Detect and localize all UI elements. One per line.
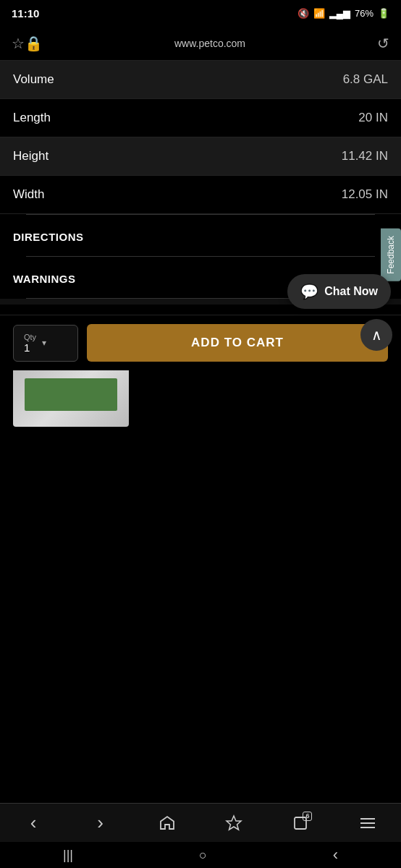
android-back-btn[interactable]: ‹ [333, 846, 338, 864]
android-home-btn[interactable]: ○ [199, 848, 207, 863]
spec-value-width: 12.05 IN [342, 187, 388, 202]
spec-label-width: Width [13, 187, 44, 202]
mute-icon: 🔇 [297, 8, 309, 19]
product-thumb-1[interactable] [13, 362, 129, 427]
android-recent-btn[interactable]: ||| [63, 848, 73, 863]
qty-selector[interactable]: Qty 1 ▾ [13, 325, 78, 362]
status-icons: 🔇 📶 ▂▄▆ 76% 🔋 [297, 8, 389, 19]
bookmarks-button[interactable] [219, 809, 248, 838]
feedback-label: Feedback [386, 236, 396, 274]
feedback-tab[interactable]: Feedback [381, 229, 401, 281]
qty-label: Qty [24, 333, 36, 341]
spec-value-volume: 6.8 GAL [343, 72, 388, 87]
product-thumb-inner-1 [13, 362, 129, 427]
tabs-button[interactable]: 6 [286, 809, 315, 838]
favorite-icon[interactable]: ☆ [12, 35, 25, 52]
wifi-icon: 📶 [313, 8, 325, 19]
qty-inner: Qty 1 [24, 333, 36, 354]
spec-row-length: Length 20 IN [0, 99, 401, 137]
browser-bar: ☆ 🔒 www.petco.com ↺ [0, 26, 401, 61]
signal-icon: ▂▄▆ [329, 8, 350, 19]
chat-now-bubble[interactable]: 💬 Chat Now [287, 274, 391, 309]
spec-label-length: Length [13, 111, 51, 125]
svg-marker-0 [227, 816, 241, 830]
scroll-up-button[interactable]: ∧ [360, 319, 392, 351]
back-button[interactable]: ‹ [19, 809, 48, 838]
spec-row-height: Height 11.42 IN [0, 137, 401, 176]
menu-button[interactable] [353, 809, 382, 838]
browser-nav: ‹ › 6 [0, 803, 401, 842]
chat-label: Chat Now [324, 285, 378, 298]
url-display[interactable]: www.petco.com [43, 38, 377, 49]
chevron-up-icon: ∧ [371, 326, 382, 344]
spec-label-height: Height [13, 149, 48, 163]
battery-indicator: 76% [355, 8, 373, 19]
android-nav: ||| ○ ‹ [0, 842, 401, 868]
spec-row-volume: Volume 6.8 GAL [0, 61, 401, 99]
spec-value-height: 11.42 IN [342, 149, 388, 163]
cart-bar: Qty 1 ▾ ADD TO CART [0, 315, 401, 370]
spec-row-width: Width 12.05 IN [0, 176, 401, 214]
product-thumb-green-1 [25, 378, 117, 411]
reload-icon[interactable]: ↺ [377, 35, 389, 52]
battery-icon: 🔋 [378, 8, 389, 19]
qty-value: 1 [24, 341, 36, 354]
add-to-cart-button[interactable]: ADD TO CART [87, 324, 388, 362]
product-preview [13, 362, 388, 427]
main-content: Volume 6.8 GAL Length 20 IN Height 11.42… [0, 61, 401, 435]
directions-heading[interactable]: DIRECTIONS [13, 215, 388, 256]
spec-label-volume: Volume [13, 72, 54, 87]
qty-dropdown-icon: ▾ [42, 338, 46, 348]
spec-value-length: 20 IN [358, 111, 388, 125]
lock-icon: 🔒 [25, 35, 43, 52]
chat-icon: 💬 [300, 283, 318, 300]
tabs-badge: 6 [303, 812, 312, 821]
home-button[interactable] [153, 809, 182, 838]
status-bar: 11:10 🔇 📶 ▂▄▆ 76% 🔋 [0, 0, 401, 26]
forward-button[interactable]: › [85, 809, 114, 838]
status-time: 11:10 [12, 7, 39, 20]
specs-section: Volume 6.8 GAL Length 20 IN Height 11.42… [0, 61, 401, 214]
